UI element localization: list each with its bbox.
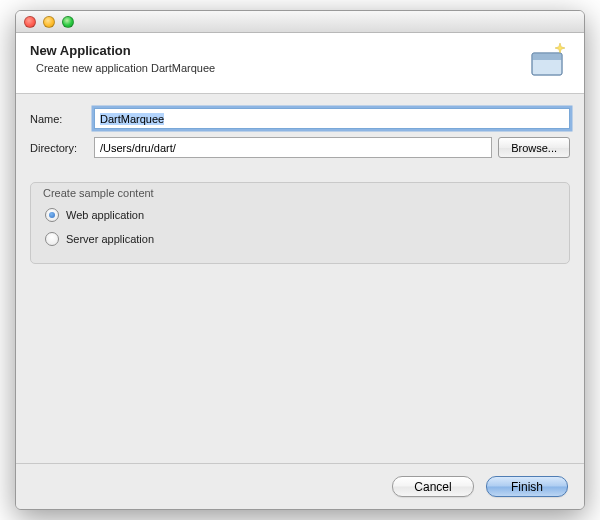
dialog-header: New Application Create new application D… — [16, 33, 584, 94]
radio-label: Web application — [66, 209, 144, 221]
name-label: Name: — [30, 113, 88, 125]
radio-server-application[interactable]: Server application — [45, 227, 555, 251]
radio-web-application[interactable]: Web application — [45, 203, 555, 227]
dialog-title: New Application — [30, 43, 215, 58]
sample-content-title: Create sample content — [43, 187, 154, 199]
zoom-icon[interactable] — [62, 16, 74, 28]
sample-content-group: Create sample content Web application Se… — [30, 182, 570, 264]
minimize-icon[interactable] — [43, 16, 55, 28]
radio-label: Server application — [66, 233, 154, 245]
dialog-window: New Application Create new application D… — [15, 10, 585, 510]
directory-label: Directory: — [30, 142, 88, 154]
name-input[interactable] — [94, 108, 570, 129]
directory-input[interactable] — [94, 137, 492, 158]
spacer — [16, 264, 584, 463]
dialog-subtitle: Create new application DartMarquee — [36, 62, 215, 74]
radio-icon — [45, 232, 59, 246]
radio-icon — [45, 208, 59, 222]
close-icon[interactable] — [24, 16, 36, 28]
finish-button[interactable]: Finish — [486, 476, 568, 497]
dialog-footer: Cancel Finish — [16, 463, 584, 509]
titlebar — [16, 11, 584, 33]
browse-button[interactable]: Browse... — [498, 137, 570, 158]
cancel-button[interactable]: Cancel — [392, 476, 474, 497]
svg-rect-1 — [532, 53, 562, 60]
new-application-icon — [528, 43, 570, 79]
svg-marker-3 — [555, 43, 565, 53]
form-area: Name: Directory: Browse... — [16, 94, 584, 174]
